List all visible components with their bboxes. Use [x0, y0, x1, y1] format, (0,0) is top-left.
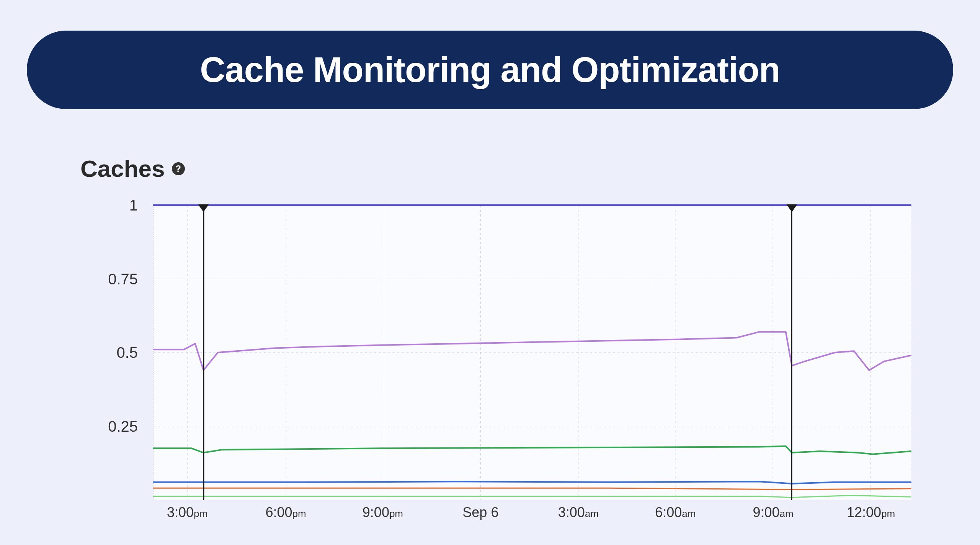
banner-title: Cache Monitoring and Optimization [200, 50, 780, 89]
x-tick-label: Sep 6 [462, 504, 498, 521]
section-title: Caches [80, 155, 165, 182]
chart-series [154, 481, 911, 483]
x-tick-label: 12:00pm [847, 504, 895, 521]
chart-series [154, 495, 911, 497]
x-axis: 3:00pm6:00pm9:00pmSep 63:00am6:00am9:00a… [153, 500, 911, 527]
help-icon[interactable]: ? [172, 162, 185, 175]
chart-series [154, 488, 911, 490]
x-tick-label: 6:00pm [265, 504, 306, 521]
chart-series [154, 332, 911, 370]
x-tick-label: 3:00am [558, 504, 599, 521]
y-tick-label: 1 [129, 197, 138, 214]
cache-chart: 0.250.50.751 3:00pm6:00pm9:00pmSep 63:00… [80, 205, 911, 527]
section-header: Caches ? [80, 155, 957, 182]
chart-svg [154, 205, 911, 500]
time-marker[interactable] [203, 205, 204, 500]
page-banner: Cache Monitoring and Optimization [27, 31, 953, 109]
time-marker[interactable] [791, 205, 792, 500]
y-axis: 0.250.50.751 [80, 205, 149, 500]
x-tick-label: 9:00pm [363, 504, 403, 521]
x-tick-label: 9:00am [753, 504, 794, 521]
y-tick-label: 0.75 [108, 270, 138, 287]
chart-series [154, 446, 911, 454]
x-tick-label: 3:00pm [167, 504, 207, 521]
y-tick-label: 0.25 [108, 418, 138, 435]
x-tick-label: 6:00am [655, 504, 696, 521]
y-tick-label: 0.5 [116, 344, 138, 361]
chart-plot-area[interactable] [153, 205, 911, 500]
